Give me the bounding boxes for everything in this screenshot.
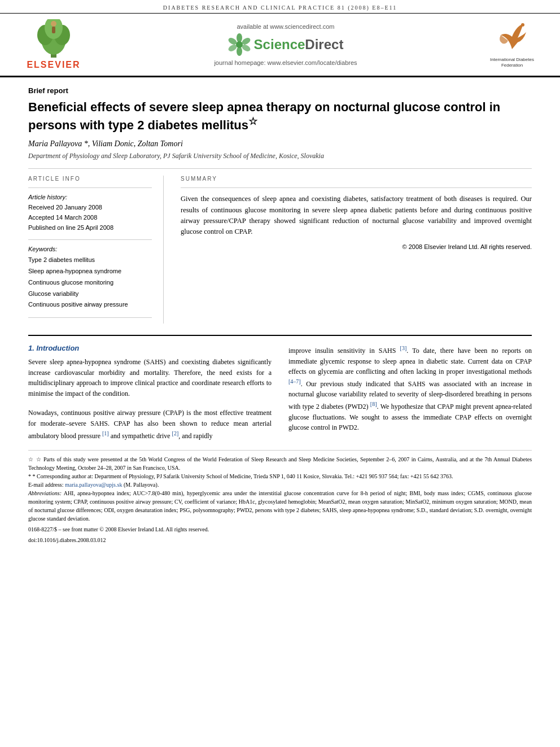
email-suffix: (M. Pallayova). — [124, 482, 159, 488]
keywords-divider — [28, 239, 152, 240]
info-summary-section: Article Info Article history: Received 2… — [28, 176, 532, 324]
keyword-3: Continuous glucose monitoring — [28, 277, 152, 289]
footnote-doi: doi:10.1016/j.diabres.2008.03.012 — [28, 536, 532, 544]
intro-para-2: Nowadays, continuous positive airway pre… — [28, 408, 272, 441]
main-content: Brief report Beneficial effects of sever… — [0, 77, 560, 556]
body-divider — [28, 335, 532, 336]
keywords-bottom-divider — [28, 317, 152, 318]
svg-point-7 — [237, 33, 242, 42]
elsevier-logo: ELSEVIER — [23, 19, 85, 70]
idf-logo: International Diabetes Federation — [487, 21, 537, 69]
article-info-title: Article Info — [28, 176, 152, 182]
svg-point-5 — [51, 21, 56, 27]
sciencedirect-wordmark: ScienceDirect — [254, 37, 344, 53]
body-col-left: 1. Introduction Severe sleep apnea-hypop… — [28, 344, 272, 441]
elsevier-tree-icon — [31, 19, 76, 59]
keyword-4: Glucose variability — [28, 289, 152, 300]
footnote-abbrev: Abbreviations: AHI, apnea-hypopnea index… — [28, 489, 532, 523]
footnote-email: E-mail address: maria.pallayova@upjs.sk … — [28, 480, 532, 489]
title-text: Beneficial effects of severe sleep apnea… — [28, 100, 500, 132]
svg-point-10 — [237, 47, 242, 56]
body-section: 1. Introduction Severe sleep apnea-hypop… — [28, 344, 532, 441]
info-inner-divider — [28, 187, 152, 188]
logo-banner: ELSEVIER available at www.sciencedirect.… — [0, 14, 560, 77]
intro-number: 1. — [28, 344, 34, 352]
article-title: Beneficial effects of severe sleep apnea… — [28, 99, 532, 133]
footnote-issn: 0168-8227/$ – see front matter © 2008 El… — [28, 525, 532, 534]
history-label: Article history: — [28, 194, 152, 200]
available-text: available at www.sciencedirect.com — [85, 23, 487, 30]
intro-title: Introduction — [36, 344, 79, 352]
title-star: ☆ — [248, 115, 257, 127]
star-symbol: ☆ — [28, 456, 34, 462]
elsevier-wordmark: ELSEVIER — [27, 60, 80, 70]
affiliation-line: Department of Physiology and Sleep Labor… — [28, 152, 532, 160]
article-info-panel: Article Info Article history: Received 2… — [28, 176, 164, 324]
abbrev-label: Abbreviations: — [28, 490, 62, 496]
copyright-line: © 2008 Elsevier Ireland Ltd. All rights … — [181, 243, 532, 250]
footnote-corresponding: * * Corresponding author at: Department … — [28, 472, 532, 480]
keywords-list: Type 2 diabetes mellitus Sleep apnea-hyp… — [28, 255, 152, 311]
body-col-right: improve insulin sensitivity in SAHS [3].… — [288, 344, 532, 441]
center-logo-area: available at www.sciencedirect.com Scien… — [85, 23, 487, 66]
received-date: Received 20 January 2008 — [28, 203, 152, 213]
authors-line: Maria Pallayova *, Viliam Donic, Zoltan … — [28, 139, 532, 148]
svg-rect-6 — [52, 27, 55, 33]
summary-panel: Summary Given the consequences of sleep … — [181, 176, 532, 324]
summary-title: Summary — [181, 176, 532, 182]
intro-heading: 1. Introduction — [28, 344, 272, 352]
svg-point-13 — [236, 41, 243, 48]
idf-bird-icon — [492, 21, 532, 55]
star-note-text: ☆ Parts of this study were presented at … — [28, 456, 532, 471]
article-type-label: Brief report — [28, 86, 532, 95]
footnote-star: ☆ ☆ Parts of this study were presented a… — [28, 455, 532, 472]
accepted-date: Accepted 14 March 2008 — [28, 213, 152, 223]
star2-symbol: * — [28, 473, 31, 479]
journal-url: journal homepage: www.elsevier.com/locat… — [85, 59, 487, 66]
published-date: Published on line 25 April 2008 — [28, 223, 152, 233]
summary-text: Given the consequences of sleep apnea an… — [181, 194, 532, 238]
journal-header: Diabetes Research and Clinical Practice … — [0, 0, 560, 14]
keyword-1: Type 2 diabetes mellitus — [28, 255, 152, 266]
info-summary-divider — [28, 168, 532, 169]
footnote-divider — [28, 450, 532, 451]
idf-text: International Diabetes Federation — [487, 57, 537, 69]
email-link[interactable]: maria.pallayova@upjs.sk — [65, 482, 122, 488]
keywords-label: Keywords: — [28, 246, 152, 252]
summary-inner-divider — [181, 187, 532, 188]
svg-point-14 — [521, 23, 524, 27]
intro-para-3: improve insulin sensitivity in SAHS [3].… — [288, 344, 532, 433]
corresponding-note-text: * Corresponding author at: Department of… — [33, 473, 453, 479]
abbrev-text: AHI, apnea-hypopnea index; AUC>7.8(0-480… — [28, 490, 532, 522]
keyword-5: Continuous positive airway pressure — [28, 299, 152, 311]
email-label: E-mail address: — [28, 482, 63, 488]
keyword-2: Sleep apnea-hypopnea syndrome — [28, 266, 152, 277]
sciencedirect-flower-icon — [228, 33, 251, 56]
intro-para-1: Severe sleep apnea-hypopnea syndrome (SA… — [28, 357, 272, 399]
sciencedirect-logo: ScienceDirect — [85, 33, 487, 56]
